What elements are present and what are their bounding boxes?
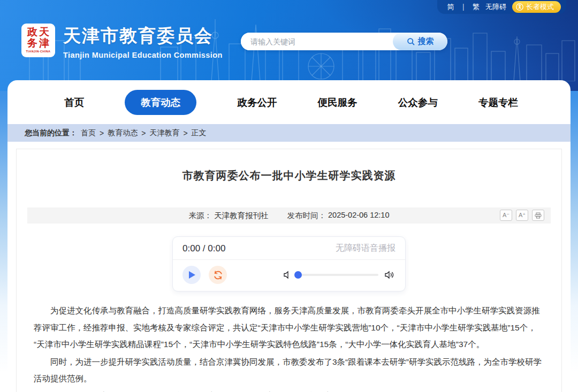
seal-char: 政 — [27, 26, 39, 37]
volume-mute-icon[interactable] — [283, 271, 292, 279]
breadcrumb: 您当前的位置： 首页 > 教育动态 > 天津教育 > 正文 — [7, 124, 571, 142]
article-title: 市教育两委公布一批中小学生研学实践资源 — [27, 168, 551, 183]
play-icon — [188, 271, 196, 279]
lang-traditional-link[interactable]: 繁 — [473, 2, 480, 12]
breadcrumb-separator: > — [100, 129, 104, 137]
source-label: 来源： — [189, 211, 212, 221]
quick-settings-bar: 简 ｜ 繁 无障碍 长者模式 — [437, 0, 566, 14]
play-button[interactable] — [182, 266, 201, 284]
breadcrumb-home[interactable]: 首页 — [81, 128, 96, 138]
article-body: 为促进文化传承与教育融合，打造高质量研学实践教育网络，服务天津高质量发展，市教育… — [27, 302, 551, 392]
breadcrumb-tianjin-education[interactable]: 天津教育 — [149, 128, 179, 138]
seal-char: 天 — [39, 26, 50, 37]
elder-person-icon — [516, 3, 523, 11]
print-button[interactable] — [532, 210, 544, 221]
site-search: 搜索 — [241, 33, 447, 50]
elder-mode-label: 长者模式 — [526, 2, 554, 12]
seal-char: 津 — [39, 37, 50, 49]
breadcrumb-current: 正文 — [192, 128, 207, 138]
breadcrumb-separator: > — [183, 129, 187, 137]
site-title: 天津市教育委员会 — [63, 24, 223, 48]
publish-time-value: 2025-02-06 12:10 — [328, 211, 390, 221]
search-icon — [407, 37, 415, 46]
article-container: 市教育两委公布一批中小学生研学实践资源 来源： 天津教育报刊社 发布时间： 20… — [16, 149, 562, 392]
site-header: 简 ｜ 繁 无障碍 长者模式 政 天 务 津 TIANJIN·CHINA 天津市… — [0, 0, 578, 91]
replay-button[interactable] — [209, 266, 227, 284]
site-brand: 政 天 务 津 TIANJIN·CHINA 天津市教育委员会 Tianjin M… — [21, 24, 223, 59]
site-subtitle: Tianjin Municipal Education Commission — [63, 51, 223, 59]
tianjin-gov-seal-logo: 政 天 务 津 TIANJIN·CHINA — [21, 24, 55, 57]
source-value: 天津教育报刊社 — [214, 211, 269, 221]
content-card: 首页 教育动态 政务公开 便民服务 公众参与 专题专栏 您当前的位置： 首页 >… — [7, 80, 571, 392]
article-meta-bar: 来源： 天津教育报刊社 发布时间： 2025-02-06 12:10 A⁻ A⁺ — [27, 207, 551, 224]
seal-caption: TIANJIN·CHINA — [26, 50, 51, 53]
article-paragraph: 同时，为进一步提升研学实践活动质量，结合京津冀协同发展，市教委发布了3条“跟着课… — [34, 353, 544, 387]
volume-up-icon[interactable] — [384, 271, 396, 279]
nav-item-gov-info[interactable]: 政务公开 — [237, 96, 277, 109]
search-input[interactable] — [241, 33, 393, 50]
nav-item-services[interactable]: 便民服务 — [318, 96, 358, 109]
lang-divider: ｜ — [460, 2, 467, 12]
audio-player: 0:00 / 0:00 无障碍语音播报 — [172, 236, 406, 291]
search-button-label: 搜索 — [418, 36, 434, 47]
elder-mode-button[interactable]: 长者模式 — [512, 1, 561, 13]
breadcrumb-separator: > — [141, 129, 146, 137]
search-button[interactable]: 搜索 — [393, 33, 447, 50]
accessibility-link[interactable]: 无障碍 — [485, 2, 506, 12]
nav-item-special-columns[interactable]: 专题专栏 — [478, 96, 518, 109]
printer-icon — [535, 212, 542, 219]
publish-time-label: 发布时间： — [287, 211, 326, 221]
nav-item-home[interactable]: 首页 — [64, 96, 84, 109]
nav-item-participation[interactable]: 公众参与 — [398, 96, 438, 109]
replay-icon — [213, 270, 223, 280]
lang-simplified-link[interactable]: 简 — [447, 2, 454, 12]
article-paragraph: 下一步，市教育两委将继续深入落实全国教育大会和全市教育大会关于实践育人的重要要求… — [34, 388, 544, 392]
font-increase-button[interactable]: A⁺ — [516, 210, 528, 221]
main-nav: 首页 教育动态 政务公开 便民服务 公众参与 专题专栏 — [7, 80, 571, 124]
breadcrumb-label: 您当前的位置： — [25, 128, 77, 138]
volume-slider-thumb[interactable] — [294, 271, 302, 279]
breadcrumb-education-news[interactable]: 教育动态 — [108, 128, 138, 138]
volume-slider[interactable] — [298, 274, 378, 276]
player-caption: 无障碍语音播报 — [336, 243, 396, 254]
nav-item-education-news[interactable]: 教育动态 — [125, 90, 196, 115]
player-time: 0:00 / 0:00 — [182, 243, 225, 254]
seal-char: 务 — [27, 37, 39, 49]
article-paragraph: 为促进文化传承与教育融合，打造高质量研学实践教育网络，服务天津高质量发展，市教育… — [34, 302, 544, 353]
font-decrease-button[interactable]: A⁻ — [500, 210, 512, 221]
